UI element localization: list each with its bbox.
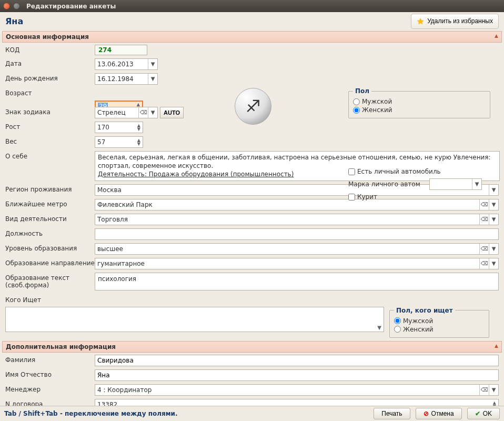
activity-combo[interactable]: Торговля ⌫ ▼ bbox=[95, 214, 499, 225]
clear-icon[interactable]: ⌫ bbox=[479, 244, 489, 254]
cancel-icon: ⊘ bbox=[424, 410, 429, 417]
clear-icon[interactable]: ⌫ bbox=[138, 107, 148, 118]
clear-icon[interactable]: ⌫ bbox=[479, 385, 489, 395]
looking-gender-fieldset: Пол, кого ищет Мужской Женский bbox=[389, 307, 489, 338]
code-value: 274 bbox=[95, 45, 147, 55]
name-patronymic-input[interactable] bbox=[95, 369, 499, 381]
footer-bar: Tab / Shift+Tab - переключение между пол… bbox=[0, 406, 504, 421]
looking-female-radio[interactable] bbox=[394, 326, 401, 333]
collapse-icon: ▲ bbox=[495, 343, 498, 348]
section-main-info[interactable]: Основная информация ▲ bbox=[2, 31, 502, 43]
weight-spinner[interactable]: 57 ▲▼ bbox=[95, 136, 143, 148]
ok-icon: ✔ bbox=[475, 410, 480, 417]
profile-name: Яна bbox=[5, 16, 23, 26]
position-input[interactable] bbox=[95, 228, 499, 240]
zodiac-icon: ♐ bbox=[235, 88, 271, 125]
clear-icon[interactable]: ⌫ bbox=[479, 214, 489, 225]
ok-button[interactable]: ✔ OK bbox=[467, 408, 500, 419]
remove-favorite-label: Удалить из избранных bbox=[427, 17, 493, 25]
birthday-input[interactable]: 16.12.1984▼ bbox=[95, 73, 158, 85]
looking-male-radio[interactable] bbox=[394, 317, 401, 324]
collapse-icon: ▲ bbox=[495, 33, 498, 38]
auto-button[interactable]: AUTO bbox=[160, 107, 184, 118]
edu-text-textarea[interactable]: психология bbox=[95, 273, 499, 290]
gender-fieldset: Пол Мужской Женский bbox=[348, 87, 490, 118]
contract-number-spinner[interactable]: 13382 ▲▼ bbox=[95, 399, 499, 406]
clear-icon[interactable]: ⌫ bbox=[479, 258, 489, 269]
edu-direction-combo[interactable]: гуманитарное ⌫ ▼ bbox=[95, 258, 499, 269]
cancel-button[interactable]: ⊘ Отмена bbox=[416, 408, 462, 419]
window-title: Редактирование анкеты bbox=[26, 3, 116, 10]
hint-text: Tab / Shift+Tab - переключение между пол… bbox=[4, 410, 368, 417]
manager-combo[interactable]: 4 : Координатор ⌫ ▼ bbox=[95, 384, 499, 396]
section-extra-info[interactable]: Дополнительная информация ▲ bbox=[2, 341, 502, 353]
gender-legend: Пол bbox=[353, 87, 371, 95]
label-code: КОД bbox=[5, 45, 95, 54]
remove-favorite-button[interactable]: ★ Удалить из избранных bbox=[411, 14, 499, 29]
window-minimize-button[interactable] bbox=[13, 3, 20, 9]
height-spinner[interactable]: 170 ▲▼ bbox=[95, 122, 143, 133]
has-car-checkbox[interactable] bbox=[348, 168, 355, 175]
main-scroll[interactable]: Основная информация ▲ Пол Мужской Женски… bbox=[0, 30, 504, 406]
surname-input[interactable] bbox=[95, 355, 499, 366]
edu-level-combo[interactable]: высшее ⌫ ▼ bbox=[95, 243, 499, 255]
star-icon: ★ bbox=[417, 16, 424, 26]
header-bar: Яна ★ Удалить из избранных bbox=[0, 12, 504, 30]
window-titlebar: Редактирование анкеты bbox=[0, 0, 504, 12]
looking-textarea[interactable]: ▼ bbox=[5, 307, 384, 332]
zodiac-combo[interactable]: Стрелец ⌫ ▼ bbox=[95, 107, 158, 118]
car-brand-combo[interactable]: ▼ bbox=[429, 178, 482, 190]
gender-female-radio[interactable] bbox=[353, 107, 360, 114]
gender-male-radio[interactable] bbox=[353, 98, 360, 105]
print-button[interactable]: Печать bbox=[374, 408, 410, 419]
smokes-checkbox[interactable] bbox=[348, 194, 355, 201]
window-close-button[interactable] bbox=[3, 3, 10, 9]
date-input[interactable]: 13.06.2013▼ bbox=[95, 58, 158, 70]
